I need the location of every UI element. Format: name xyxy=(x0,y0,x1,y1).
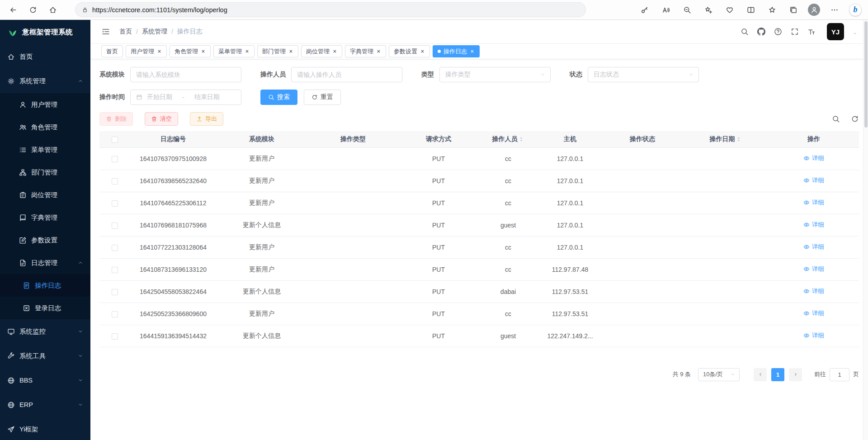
close-icon[interactable] xyxy=(201,49,206,54)
browser-menu-icon[interactable] xyxy=(828,3,841,17)
sidebar-item-param-settings[interactable]: 参数设置 xyxy=(0,229,90,251)
sidebar-item-yi-framework[interactable]: Yi框架 xyxy=(0,417,90,440)
font-size-icon[interactable] xyxy=(807,28,816,36)
row-checkbox[interactable] xyxy=(112,178,118,185)
row-checkbox[interactable] xyxy=(112,267,118,273)
refresh-table-button[interactable] xyxy=(851,115,859,123)
read-aloud-icon[interactable] xyxy=(659,3,673,17)
row-checkbox[interactable] xyxy=(112,200,118,207)
sidebar-item-department-management[interactable]: 部门管理 xyxy=(0,161,90,184)
scrollbar-thumb[interactable] xyxy=(864,21,868,128)
sidebar-item-log-management[interactable]: 日志管理 xyxy=(0,251,90,274)
bing-copilot-icon[interactable]: b xyxy=(849,4,862,16)
detail-link[interactable]: 详细 xyxy=(803,287,824,295)
toggle-search-button[interactable] xyxy=(832,115,840,123)
status-select[interactable]: 日志状态 xyxy=(588,67,699,82)
page-size-select[interactable]: 10条/页 xyxy=(698,368,740,381)
breadcrumb-item[interactable]: 首页 xyxy=(119,28,132,36)
detail-link[interactable]: 详细 xyxy=(803,331,824,340)
add-favorite-icon[interactable] xyxy=(702,3,715,17)
password-key-icon[interactable] xyxy=(638,3,651,17)
chevron-down-icon[interactable] xyxy=(853,31,857,36)
user-avatar[interactable]: YJ xyxy=(827,23,844,40)
close-icon[interactable] xyxy=(288,49,293,54)
tab-home[interactable]: 首页 xyxy=(101,45,123,57)
page-scrollbar[interactable] xyxy=(863,20,868,440)
column-header-operator[interactable]: 操作人员 xyxy=(478,131,538,147)
module-input[interactable] xyxy=(130,67,241,82)
tab-post-management[interactable]: 岗位管理 xyxy=(301,45,342,57)
sidebar-item-operation-log[interactable]: 操作日志 xyxy=(0,274,90,297)
clear-button[interactable]: 清空 xyxy=(145,112,178,126)
row-checkbox[interactable] xyxy=(112,289,118,295)
close-icon[interactable] xyxy=(157,49,162,54)
close-icon[interactable] xyxy=(376,49,381,54)
fullscreen-icon[interactable] xyxy=(791,28,799,36)
detail-link[interactable]: 详细 xyxy=(803,199,824,207)
delete-button[interactable]: 删除 xyxy=(99,112,133,126)
address-bar[interactable]: https://ccnetcore.com:1101/system/log/op… xyxy=(75,2,586,17)
breadcrumb-item[interactable]: 系统管理 xyxy=(142,28,167,36)
page-number-button[interactable]: 1 xyxy=(771,368,784,381)
tab-param-settings[interactable]: 参数设置 xyxy=(389,45,430,57)
close-icon[interactable] xyxy=(470,49,475,54)
browser-essentials-icon[interactable] xyxy=(723,3,736,17)
sidebar-item-role-management[interactable]: 角色管理 xyxy=(0,116,90,138)
tab-user-management[interactable]: 用户管理 xyxy=(126,45,167,57)
browser-profile-avatar[interactable] xyxy=(808,4,820,16)
favorites-icon[interactable] xyxy=(765,3,779,17)
select-all-checkbox[interactable] xyxy=(112,137,118,143)
sidebar-item-system-monitor[interactable]: 系统监控 xyxy=(0,319,90,344)
help-icon[interactable] xyxy=(774,28,782,36)
row-checkbox[interactable] xyxy=(112,156,118,162)
header-search-icon[interactable] xyxy=(741,28,749,36)
row-checkbox[interactable] xyxy=(112,333,118,340)
detail-link[interactable]: 详细 xyxy=(803,309,824,317)
sidebar-item-bbs[interactable]: BBS xyxy=(0,368,90,393)
sort-icon[interactable] xyxy=(736,136,742,142)
detail-link[interactable]: 详细 xyxy=(803,221,824,229)
row-checkbox[interactable] xyxy=(112,311,118,317)
sidebar-item-system-management[interactable]: 系统管理 xyxy=(0,69,90,93)
sidebar-item-login-log[interactable]: 登录日志 xyxy=(0,297,90,319)
tab-operation-log[interactable]: 操作日志 xyxy=(433,45,480,57)
zoom-out-icon[interactable] xyxy=(680,3,694,17)
sidebar-item-dict-management[interactable]: 字典管理 xyxy=(0,206,90,229)
sidebar-item-user-management[interactable]: 用户管理 xyxy=(0,93,90,116)
close-icon[interactable] xyxy=(245,49,250,54)
close-icon[interactable] xyxy=(332,49,337,54)
collapse-sidebar-icon[interactable] xyxy=(101,27,110,36)
detail-link[interactable]: 详细 xyxy=(803,265,824,273)
tab-role-management[interactable]: 角色管理 xyxy=(170,45,211,57)
tab-menu-management[interactable]: 菜单管理 xyxy=(213,45,255,57)
reset-button[interactable]: 重置 xyxy=(304,90,341,105)
sidebar-item-menu-management[interactable]: 菜单管理 xyxy=(0,138,90,161)
type-select[interactable]: 操作类型 xyxy=(439,67,551,82)
date-range-picker[interactable]: 开始日期 - 结束日期 xyxy=(130,90,241,105)
sidebar-item-post-management[interactable]: 岗位管理 xyxy=(0,184,90,206)
tab-dict-management[interactable]: 字典管理 xyxy=(345,45,386,57)
sidebar-item-system-tools[interactable]: 系统工具 xyxy=(0,344,90,368)
close-icon[interactable] xyxy=(420,49,425,54)
goto-page-input[interactable] xyxy=(830,368,849,381)
detail-link[interactable]: 详细 xyxy=(803,176,824,185)
next-page-button[interactable] xyxy=(789,368,802,381)
row-checkbox[interactable] xyxy=(112,245,118,251)
operator-input[interactable] xyxy=(291,67,402,82)
reload-button[interactable] xyxy=(26,3,40,17)
collections-icon[interactable] xyxy=(787,3,800,17)
search-button[interactable]: 搜索 xyxy=(260,90,297,105)
prev-page-button[interactable] xyxy=(754,368,767,381)
sort-icon[interactable] xyxy=(518,136,524,142)
row-checkbox[interactable] xyxy=(112,222,118,229)
split-screen-icon[interactable] xyxy=(744,3,758,17)
browser-home-button[interactable] xyxy=(46,3,60,17)
sidebar-item-erp[interactable]: ERP xyxy=(0,393,90,417)
github-icon[interactable] xyxy=(757,28,765,36)
detail-link[interactable]: 详细 xyxy=(803,243,824,251)
column-header-date[interactable]: 操作日期 xyxy=(683,131,769,147)
sidebar-item-home[interactable]: 首页 xyxy=(0,44,90,69)
tab-department-management[interactable]: 部门管理 xyxy=(257,45,298,57)
back-button[interactable] xyxy=(6,3,20,17)
lock-icon[interactable] xyxy=(82,7,88,13)
